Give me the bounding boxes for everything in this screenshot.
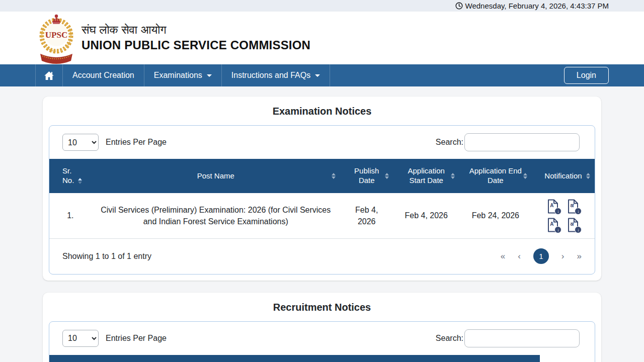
- sort-arrows-icon: [586, 173, 590, 179]
- main-content: Examination Notices 10 Entries Per Page …: [35, 97, 609, 362]
- download-badge-icon: ↓: [575, 208, 582, 215]
- nav-item-account-creation[interactable]: Account Creation: [62, 64, 144, 86]
- examination-notices-card: Examination Notices 10 Entries Per Page …: [43, 97, 601, 281]
- nav-home-link[interactable]: [35, 64, 62, 86]
- recruitment-search-input[interactable]: [464, 329, 580, 347]
- chevron-down-icon: [315, 74, 320, 77]
- exam-table-footer: Showing 1 to 1 of 1 entry « ‹ 1 › »: [49, 239, 595, 274]
- download-badge-icon: ↓: [554, 208, 561, 215]
- notification-english-download-1[interactable]: A ↓: [547, 199, 559, 214]
- exam-row-application-start-date: Feb 4, 2026: [393, 193, 459, 238]
- notification-english-download-2[interactable]: A ↓: [547, 218, 559, 232]
- recruitment-entries-per-page-select[interactable]: 10: [62, 330, 99, 347]
- nav-item-examinations[interactable]: Examinations: [144, 64, 221, 86]
- lion-capital-icon: [52, 14, 60, 24]
- previous-page-button[interactable]: ‹: [518, 251, 521, 261]
- recruitment-column-header-application-start-date[interactable]: Application Start Date: [231, 355, 349, 362]
- home-icon: [44, 71, 54, 80]
- examination-notices-title: Examination Notices: [49, 106, 595, 117]
- exam-entries-per-page-label: Entries Per Page: [106, 138, 167, 147]
- download-badge-icon: ↓: [554, 226, 561, 233]
- chevron-down-icon: [207, 74, 212, 77]
- exam-row-sr-no: 1.: [49, 193, 92, 238]
- datetime-bar: Wednesday, February 4, 2026, 4:43:37 PM: [0, 0, 644, 12]
- exam-column-header-post-name[interactable]: Post Name: [92, 159, 340, 193]
- recruitment-column-header-notification[interactable]: Notification: [468, 355, 540, 362]
- recruitment-column-header-post-name[interactable]: Post Name: [89, 355, 152, 362]
- sort-arrows-icon: [78, 178, 82, 184]
- exam-search-label: Search:: [436, 138, 463, 147]
- exam-row-publish-date: Feb 4, 2026: [340, 193, 393, 238]
- next-page-button[interactable]: ›: [561, 251, 565, 261]
- first-page-button[interactable]: «: [501, 251, 505, 261]
- download-badge-icon: ↓: [575, 226, 582, 233]
- exam-row-application-end-date: Feb 24, 2026: [459, 193, 532, 238]
- nav-item-instructions-faqs[interactable]: Instructions and FAQs: [221, 64, 330, 86]
- recruitment-notices-title: Recruitment Notices: [49, 302, 595, 313]
- recruitment-column-header-publish-date[interactable]: Publish Date: [152, 355, 231, 362]
- exam-table-header-row: Sr. No. Post Name Publish Date Applicati…: [49, 159, 595, 193]
- exam-column-header-application-start-date[interactable]: Application Start Date: [393, 159, 459, 193]
- exam-table-row: 1. Civil Services (Preliminary) Examinat…: [49, 193, 595, 238]
- exam-row-post-name: Civil Services (Preliminary) Examination…: [92, 193, 340, 238]
- exam-column-header-application-end-date[interactable]: Application End Date: [459, 159, 532, 193]
- login-button[interactable]: Login: [564, 67, 609, 84]
- notification-hindi-download-1[interactable]: अ ↓: [567, 199, 579, 214]
- recruitment-column-header-application-end-date[interactable]: Application End Date: [349, 355, 468, 362]
- recruitment-table-controls: 10 Entries Per Page Search:: [49, 322, 595, 355]
- recruitment-entries-per-page-label: Entries Per Page: [106, 334, 167, 343]
- examination-notices-table: Sr. No. Post Name Publish Date Applicati…: [49, 159, 595, 239]
- sort-arrows-icon: [523, 173, 527, 179]
- current-page-button[interactable]: 1: [533, 248, 549, 264]
- exam-table-controls: 10 Entries Per Page Search:: [49, 126, 595, 159]
- main-navigation: Account Creation Examinations Instructio…: [0, 64, 644, 86]
- exam-row-notifications: A ↓ अ ↓: [532, 193, 595, 238]
- org-name-english: UNION PUBLIC SERVICE COMMISSION: [82, 38, 310, 53]
- recruitment-notices-table: Sr. No. Post Name Publish Date Applicati…: [49, 355, 540, 362]
- sort-arrows-icon: [451, 173, 455, 179]
- exam-pagination: « ‹ 1 › »: [501, 248, 582, 264]
- exam-entries-per-page-select[interactable]: 10: [62, 134, 99, 151]
- sort-arrows-icon: [332, 173, 336, 179]
- recruitment-notices-panel: 10 Entries Per Page Search: Sr. No.: [49, 321, 595, 362]
- clock-icon: [455, 2, 463, 10]
- recruitment-column-header-sr-no[interactable]: Sr. No.: [49, 355, 89, 362]
- exam-search-input[interactable]: [464, 133, 580, 151]
- upsc-emblem-logo: UPSC: [37, 13, 75, 64]
- notification-hindi-download-2[interactable]: अ ↓: [567, 218, 579, 232]
- sort-arrows-icon: [385, 173, 389, 179]
- recruitment-notices-card: Recruitment Notices 10 Entries Per Page …: [43, 293, 601, 362]
- current-datetime: Wednesday, February 4, 2026, 4:43:37 PM: [465, 2, 609, 10]
- exam-column-header-notification[interactable]: Notification: [532, 159, 595, 193]
- exam-showing-entries-text: Showing 1 to 1 of 1 entry: [62, 252, 151, 261]
- exam-column-header-sr-no[interactable]: Sr. No.: [49, 159, 92, 193]
- last-page-button[interactable]: »: [577, 251, 582, 261]
- examination-notices-panel: 10 Entries Per Page Search: Sr. No.: [49, 125, 595, 275]
- recruitment-table-header-row: Sr. No. Post Name Publish Date Applicati…: [49, 355, 540, 362]
- org-name-hindi: संघ लोक सेवा आयोग: [82, 23, 310, 37]
- recruitment-search-label: Search:: [436, 334, 463, 343]
- exam-column-header-publish-date[interactable]: Publish Date: [340, 159, 393, 193]
- site-header: UPSC संघ लोक सेवा आयोग UNION PUBLIC SERV…: [0, 12, 644, 64]
- logo-acronym: UPSC: [45, 30, 67, 40]
